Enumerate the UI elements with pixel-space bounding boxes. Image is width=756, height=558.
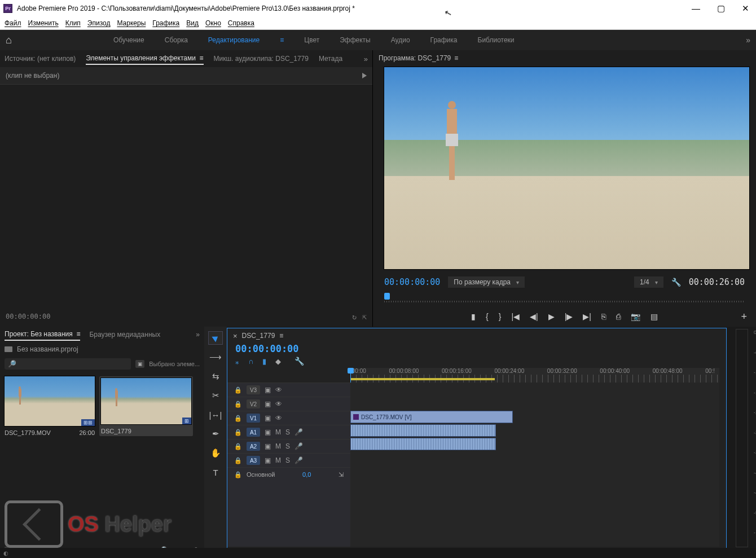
track-v3[interactable]: 🔒V3▣👁 <box>227 383 350 397</box>
playhead-icon[interactable] <box>348 368 354 374</box>
mark-in-icon[interactable]: { <box>486 312 489 321</box>
ws-graphics[interactable]: Графика <box>430 36 458 44</box>
resolution-dropdown[interactable]: 1/4▾ <box>634 276 663 288</box>
selection-tool[interactable] <box>208 331 223 345</box>
program-menu-icon[interactable]: ≡ <box>454 54 458 62</box>
ws-audio[interactable]: Аудио <box>391 36 410 44</box>
video-clip[interactable]: DSC_1779.MOV [V] <box>350 411 513 423</box>
ws-effects[interactable]: Эффекты <box>340 36 371 44</box>
ws-color[interactable]: Цвет <box>304 36 319 44</box>
ripple-edit-tool[interactable]: ⇆ <box>208 370 223 383</box>
button-editor-icon[interactable]: + <box>741 311 747 323</box>
go-to-in-icon[interactable]: |◀ <box>511 312 520 321</box>
settings-icon[interactable]: 🔧 <box>671 278 681 287</box>
step-back-icon[interactable]: ◀| <box>530 312 538 321</box>
menu-graphics[interactable]: Графика <box>152 19 179 27</box>
tab-audio-mixer[interactable]: Микш. аудиоклипа: DSC_1779 <box>214 53 309 64</box>
menu-sequence[interactable]: Эпизод <box>87 19 111 27</box>
add-marker-tl-icon[interactable]: ▮ <box>262 357 266 366</box>
comparison-icon[interactable]: ▤ <box>650 312 658 321</box>
step-forward-icon[interactable]: |▶ <box>565 312 573 321</box>
timeline-timecode[interactable]: 00:00:00:00 <box>227 343 726 354</box>
playhead-handle[interactable] <box>384 293 390 300</box>
slip-tool[interactable]: |↔| <box>208 408 223 421</box>
sequence-name[interactable]: DSC_1779 <box>242 332 275 340</box>
tl-settings-marker-icon[interactable]: ◆ <box>275 357 281 366</box>
master-meter: 0-6-12-18-24-30-36-42-48-54- - <box>736 329 748 547</box>
sequence-menu-icon[interactable]: ≡ <box>279 332 283 340</box>
program-in-timecode[interactable]: 00:00:00:00 <box>384 277 440 287</box>
project-search-input[interactable]: 🔎 <box>5 358 131 370</box>
effect-controls-body: (клип не выбран) <box>0 67 372 85</box>
ws-assembly[interactable]: Сборка <box>165 36 188 44</box>
program-monitor[interactable] <box>384 67 749 269</box>
menu-file[interactable]: Файл <box>5 19 21 27</box>
project-overflow-icon[interactable]: » <box>196 331 200 339</box>
track-a3[interactable]: 🔒A3▣MS🎤 <box>227 453 350 467</box>
menu-help[interactable]: Справка <box>228 19 254 27</box>
eye-icon: 👁 <box>275 400 282 408</box>
play-icon[interactable]: ▶ <box>548 312 555 321</box>
lock-icon: 🔒 <box>234 443 242 450</box>
track-v1[interactable]: 🔒V1▣👁 <box>227 411 350 425</box>
track-select-tool[interactable]: ⟶ <box>208 350 223 364</box>
timeline-track-area[interactable]: DSC_1779.MOV [V] <box>350 383 719 547</box>
tab-metadata[interactable]: Метада <box>319 53 342 64</box>
tl-settings-icon[interactable]: 🔧 <box>295 357 304 366</box>
snap-icon[interactable]: ⁎ <box>235 357 239 366</box>
program-scrubber[interactable] <box>384 293 745 305</box>
menu-edit[interactable]: Изменить <box>28 19 59 27</box>
lift-icon[interactable]: ⎘ <box>601 312 606 321</box>
pen-tool[interactable]: ✒ <box>208 427 223 441</box>
minimize-button[interactable]: — <box>688 2 704 15</box>
watermark: OS Helper <box>5 500 172 548</box>
track-a2[interactable]: 🔒A2▣MS🎤 <box>227 439 350 453</box>
menu-view[interactable]: Вид <box>186 19 199 27</box>
close-sequence-icon[interactable]: × <box>233 332 238 340</box>
expand-icon[interactable] <box>362 73 367 78</box>
track-v2[interactable]: 🔒V2▣👁 <box>227 397 350 411</box>
ws-learn[interactable]: Обучение <box>113 36 144 44</box>
ws-editing[interactable]: Редактирование <box>208 36 260 44</box>
ws-editing-menu[interactable]: ≡ <box>280 36 284 44</box>
maximize-button[interactable]: ▢ <box>714 2 728 15</box>
extract-icon[interactable]: ⎙ <box>616 312 621 321</box>
tab-effect-controls[interactable]: Элементы управления эффектами ≡ <box>86 52 203 65</box>
home-icon[interactable]: ⌂ <box>6 34 12 46</box>
menu-clip[interactable]: Клип <box>65 19 81 27</box>
hand-tool[interactable]: ✋ <box>208 446 223 460</box>
go-to-out-icon[interactable]: ▶| <box>583 312 591 321</box>
lock-icon: 🔒 <box>234 386 242 394</box>
linked-selection-icon[interactable]: ∩ <box>248 357 253 366</box>
razor-tool[interactable]: ✂ <box>208 389 223 402</box>
export-frame-icon[interactable]: ⇱ <box>362 313 367 321</box>
program-panel: Программа: DSC_1779 ≡ 00:00:00:00 По раз… <box>373 50 756 327</box>
filter-icon[interactable]: ▣ <box>135 360 144 368</box>
ws-overflow-icon[interactable]: » <box>746 36 750 45</box>
folder-icon <box>5 346 12 352</box>
tab-source[interactable]: Источник: (нет клипов) <box>5 53 76 64</box>
mic-icon: 🎤 <box>295 442 303 450</box>
tab-media-browser[interactable]: Браузер медиаданных <box>89 329 160 340</box>
master-track[interactable]: 🔒Основной0,0⇲ <box>227 467 350 481</box>
time-ruler[interactable]: :00:00 00:00:08:00 00:00:16:00 00:00:24:… <box>350 368 719 383</box>
camera-icon[interactable]: 📷 <box>631 312 640 321</box>
track-a1[interactable]: 🔒A1▣MS🎤 <box>227 425 350 439</box>
ws-libraries[interactable]: Библиотеки <box>478 36 515 44</box>
zoom-dropdown[interactable]: По размеру кадра▾ <box>448 276 525 288</box>
mark-out-icon[interactable]: } <box>499 312 502 321</box>
close-button[interactable]: ✕ <box>739 2 753 15</box>
audio-clip[interactable] <box>350 438 496 450</box>
loop-icon[interactable]: ↻ <box>352 313 357 321</box>
type-tool[interactable]: T <box>208 465 223 479</box>
tab-project[interactable]: Проект: Без названия ≡ <box>5 328 80 341</box>
audio-clip[interactable] <box>350 424 496 437</box>
menu-window[interactable]: Окно <box>205 19 221 27</box>
menu-markers[interactable]: Маркеры <box>117 19 146 27</box>
bin-item[interactable]: ⊞⊞ DSC_1779.MOV26:00 <box>5 376 95 436</box>
eye-icon: 👁 <box>275 386 282 394</box>
source-tabs-overflow-icon[interactable]: » <box>364 55 368 63</box>
bin-item[interactable]: ⊞ DSC_1779 <box>99 376 193 436</box>
add-marker-icon[interactable]: ▮ <box>471 312 476 321</box>
timeline-panel: × DSC_1779 ≡ 00:00:00:00 ⁎ ∩ ▮ ◆ 🔧 :00:0… <box>227 328 727 557</box>
